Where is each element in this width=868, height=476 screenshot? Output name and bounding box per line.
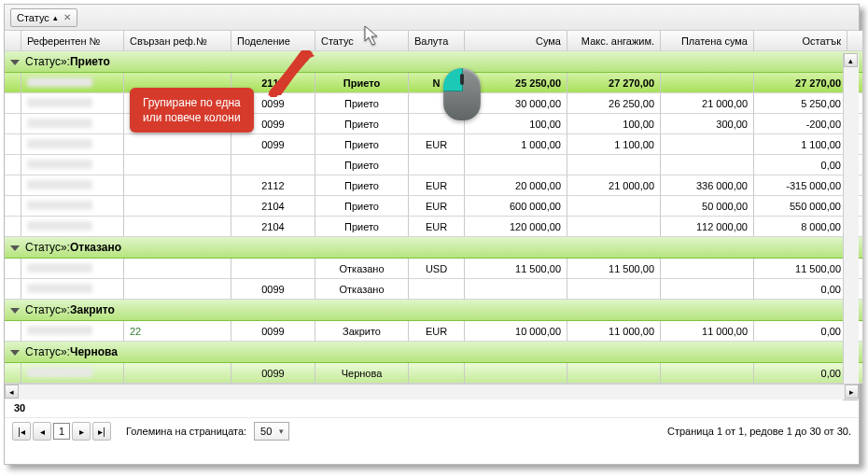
- column-sum[interactable]: Сума: [465, 31, 567, 51]
- redacted-ref: [27, 263, 92, 273]
- column-rref[interactable]: Свързан реф.№: [124, 31, 231, 51]
- table-row[interactable]: 2112ПриетоEUR20 000,0021 000,00336 000,0…: [5, 175, 863, 196]
- table-row[interactable]: 2104ПриетоEUR120 000,00112 000,008 000,0…: [5, 217, 863, 237]
- page-size-select[interactable]: 50: [254, 422, 289, 441]
- redacted-ref: [27, 180, 92, 189]
- column-rest[interactable]: Остатък: [754, 31, 847, 51]
- data-grid: Референтен № Свързан реф.№ Поделение Ста…: [5, 31, 859, 384]
- group-tag-status[interactable]: Статус ▴ ✕: [10, 8, 77, 27]
- redacted-ref: [27, 77, 92, 87]
- redacted-ref: [27, 139, 92, 148]
- column-status[interactable]: Статус: [315, 31, 409, 51]
- chevron-down-icon: [10, 350, 20, 356]
- scroll-up-icon[interactable]: ▴: [844, 53, 858, 67]
- column-currency[interactable]: Валута: [409, 31, 465, 51]
- chevron-down-icon: [10, 308, 20, 314]
- group-header-row[interactable]: Статус»:Чернова: [5, 342, 863, 363]
- tooltip-line2: или повече колони: [143, 110, 241, 125]
- page-last-button[interactable]: ▸|: [92, 422, 111, 441]
- group-tag-label: Статус: [17, 12, 49, 23]
- pager-bar: |◂ ◂ 1 ▸ ▸| Големина на страницата: 50 С…: [5, 418, 859, 444]
- group-header-row[interactable]: Статус»:Прието: [5, 51, 863, 73]
- close-icon[interactable]: ✕: [63, 12, 71, 22]
- scroll-right-icon[interactable]: ▸: [845, 385, 859, 399]
- group-header-row[interactable]: Статус»:Отказано: [5, 237, 863, 259]
- redacted-ref: [27, 98, 92, 107]
- table-row[interactable]: 0099Отказано0,00: [5, 279, 863, 300]
- table-row[interactable]: 0099ПриетоEUR1 000,001 100,001 100,00: [5, 134, 863, 155]
- group-header-row[interactable]: Статус»:Закрито: [5, 300, 863, 321]
- redacted-ref: [27, 368, 92, 377]
- redacted-ref: [27, 326, 92, 335]
- column-max[interactable]: Макс. ангажим.: [567, 31, 661, 51]
- grouping-tooltip: Групиране по една или повече колони: [130, 88, 254, 133]
- column-paid[interactable]: Платена сума: [661, 31, 754, 51]
- column-pod[interactable]: Поделение: [231, 31, 315, 51]
- tooltip-pointer-icon: [268, 50, 315, 97]
- horizontal-scrollbar[interactable]: ◂ ▸: [5, 384, 859, 399]
- table-row[interactable]: ОтказаноUSD11 500,0011 500,0011 500,00: [5, 259, 863, 279]
- table-row[interactable]: 220099ЗакритоEUR10 000,0011 000,0011 000…: [5, 321, 863, 342]
- total-count: 30: [5, 399, 859, 418]
- redacted-ref: [27, 284, 92, 293]
- svg-marker-4: [268, 50, 309, 95]
- page-next-button[interactable]: ▸: [72, 422, 91, 441]
- page-size-label: Големина на страницата:: [126, 426, 246, 437]
- table-row[interactable]: Прието0,00: [5, 155, 863, 175]
- sort-asc-icon: ▴: [53, 13, 58, 22]
- chevron-down-icon: [10, 60, 20, 65]
- chevron-down-icon: [10, 245, 20, 251]
- redacted-ref: [27, 201, 92, 210]
- vertical-scrollbar[interactable]: ▴ ▾: [843, 53, 859, 400]
- tooltip-line1: Групиране по една: [143, 95, 241, 110]
- column-ref[interactable]: Референтен №: [21, 31, 124, 51]
- page-number[interactable]: 1: [53, 423, 70, 440]
- redacted-ref: [27, 119, 92, 128]
- table-row[interactable]: 0099Чернова0,00: [5, 363, 863, 384]
- header-row: Референтен № Свързан реф.№ Поделение Ста…: [5, 31, 863, 51]
- pager-info: Страница 1 от 1, редове 1 до 30 от 30.: [667, 426, 851, 437]
- page-prev-button[interactable]: ◂: [33, 422, 51, 441]
- redacted-ref: [27, 221, 92, 231]
- grouping-bar[interactable]: Статус ▴ ✕: [5, 5, 859, 31]
- column-filler: [847, 31, 863, 51]
- table-row[interactable]: 2104ПриетоEUR600 000,0050 000,00550 000,…: [5, 196, 863, 217]
- redacted-ref: [27, 160, 92, 169]
- scroll-left-icon[interactable]: ◂: [5, 385, 19, 399]
- column-expand[interactable]: [5, 31, 21, 51]
- page-first-button[interactable]: |◂: [12, 422, 31, 441]
